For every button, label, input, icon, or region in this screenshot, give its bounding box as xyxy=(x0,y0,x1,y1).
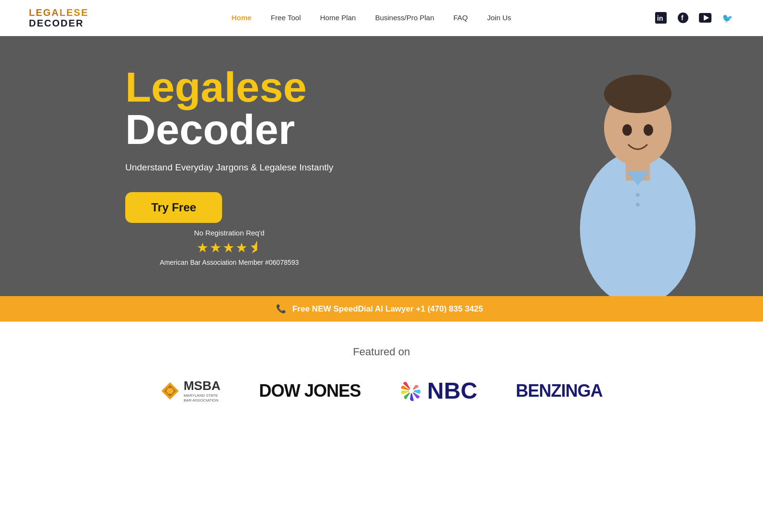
logo[interactable]: LEGALESE DECODER xyxy=(29,7,89,28)
star-1: ★ xyxy=(197,240,209,256)
benzinga-text: BENZINGA xyxy=(516,381,603,401)
msba-acronym: MSBA xyxy=(184,378,221,393)
star-3: ★ xyxy=(223,240,235,256)
no-registration-text: No Registration Req'd xyxy=(125,229,333,237)
svg-point-9 xyxy=(604,75,671,113)
hero-title-yellow: Legalese xyxy=(125,66,333,108)
star-2: ★ xyxy=(210,240,222,256)
svg-point-15 xyxy=(644,124,653,136)
nav-home[interactable]: Home xyxy=(232,13,252,22)
msba-full-name: MARYLAND STATEBAR ASSOCIATION xyxy=(184,393,221,402)
logo-decoder: DECODER xyxy=(29,18,89,28)
dow-jones-logo: DOW JONES xyxy=(259,381,361,401)
svg-point-14 xyxy=(622,124,632,136)
nbc-text: NBC xyxy=(427,377,477,404)
twitter-icon[interactable]: 🐦 xyxy=(721,11,734,25)
nav-free-tool[interactable]: Free Tool xyxy=(271,13,301,22)
svg-point-16 xyxy=(636,193,640,197)
phone-bar[interactable]: 📞 Free NEW SpeedDial AI Lawyer +1 (470) … xyxy=(0,296,763,322)
featured-logos: MSBA MARYLAND STATEBAR ASSOCIATION DOW J… xyxy=(39,377,724,404)
facebook-icon[interactable]: f xyxy=(676,11,690,25)
benzinga-logo: BENZINGA xyxy=(516,381,603,401)
star-5-half: ⯨ xyxy=(249,240,262,256)
aba-member-text: American Bar Association Member #0607859… xyxy=(125,259,333,266)
dow-jones-text: DOW JONES xyxy=(259,381,361,401)
svg-point-17 xyxy=(636,203,640,207)
nbc-logo: NBC xyxy=(399,377,477,404)
nav-faq[interactable]: FAQ xyxy=(453,13,468,22)
star-rating: ★ ★ ★ ★ ⯨ xyxy=(125,240,333,256)
svg-text:in: in xyxy=(657,14,663,22)
phone-icon: 📞 xyxy=(276,304,286,313)
svg-text:f: f xyxy=(681,14,684,22)
hero-subtitle: Understand Everyday Jargons & Legalese I… xyxy=(125,162,333,173)
nav-home-plan[interactable]: Home Plan xyxy=(320,13,355,22)
linkedin-icon[interactable]: in xyxy=(654,11,668,25)
featured-section: Featured on MSBA MARYLAND STATEBAR ASSOC… xyxy=(0,322,763,433)
hero-person-image xyxy=(561,46,715,296)
star-4: ★ xyxy=(236,240,248,256)
nav-links: Home Free Tool Home Plan Business/Pro Pl… xyxy=(232,13,512,22)
logo-legalese: LEGALESE xyxy=(29,7,89,18)
hero-section: Legalese Decoder Understand Everyday Jar… xyxy=(0,36,763,296)
svg-point-21 xyxy=(409,389,414,393)
navbar: LEGALESE DECODER Home Free Tool Home Pla… xyxy=(0,0,763,36)
social-icons: in f 🐦 xyxy=(654,11,734,25)
nav-join-us[interactable]: Join Us xyxy=(487,13,511,22)
featured-title: Featured on xyxy=(39,346,724,358)
svg-text:🐦: 🐦 xyxy=(722,13,733,23)
youtube-icon[interactable] xyxy=(698,11,712,25)
hero-content: Legalese Decoder Understand Everyday Jar… xyxy=(0,47,333,285)
nav-business-plan[interactable]: Business/Pro Plan xyxy=(375,13,434,22)
msba-text: MSBA MARYLAND STATEBAR ASSOCIATION xyxy=(184,378,221,402)
phone-bar-label: Free NEW SpeedDial AI Lawyer +1 (470) 83… xyxy=(292,304,483,313)
hero-title-white: Decoder xyxy=(125,108,333,151)
try-free-button[interactable]: Try Free xyxy=(125,192,222,223)
msba-logo: MSBA MARYLAND STATEBAR ASSOCIATION xyxy=(160,378,221,402)
